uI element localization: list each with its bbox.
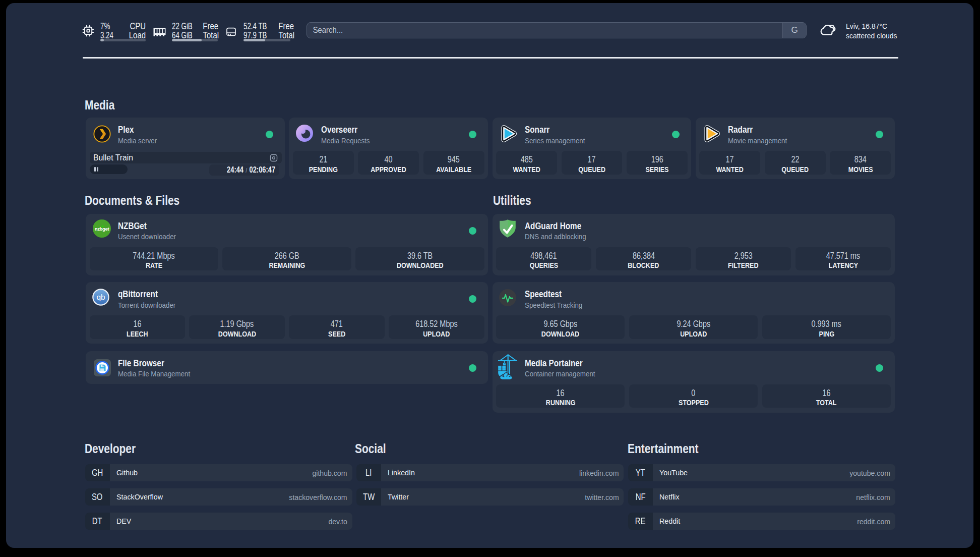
svg-text:qb: qb [96,293,105,301]
svg-text:nzbget: nzbget [95,226,110,231]
